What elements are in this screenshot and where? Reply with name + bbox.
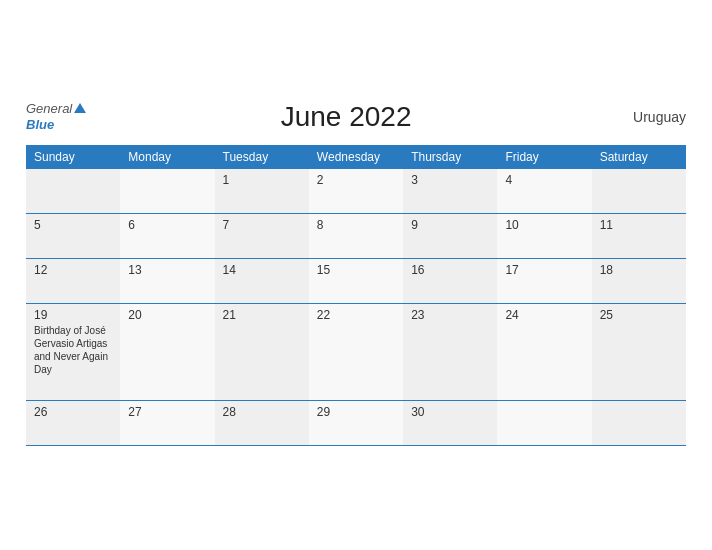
page-title: June 2022: [86, 101, 606, 133]
week-row-5: 2627282930: [26, 400, 686, 445]
day-number: 26: [34, 405, 112, 419]
day-number: 4: [505, 173, 583, 187]
calendar-cell: 29: [309, 400, 403, 445]
header-tuesday: Tuesday: [215, 145, 309, 169]
day-number: 11: [600, 218, 678, 232]
day-number: 25: [600, 308, 678, 322]
calendar-cell: 25: [592, 303, 686, 400]
day-number: 21: [223, 308, 301, 322]
calendar-cell: 13: [120, 258, 214, 303]
calendar-cell: 12: [26, 258, 120, 303]
calendar-cell: 26: [26, 400, 120, 445]
day-number: 28: [223, 405, 301, 419]
header-wednesday: Wednesday: [309, 145, 403, 169]
day-number: 7: [223, 218, 301, 232]
calendar-cell: 19Birthday of José Gervasio Artigas and …: [26, 303, 120, 400]
day-number: 18: [600, 263, 678, 277]
calendar-cell: 8: [309, 213, 403, 258]
day-number: 22: [317, 308, 395, 322]
event-label: Birthday of José Gervasio Artigas and Ne…: [34, 324, 112, 376]
country-label: Uruguay: [606, 109, 686, 125]
calendar-cell: 3: [403, 169, 497, 214]
header-monday: Monday: [120, 145, 214, 169]
calendar-header-row: SundayMondayTuesdayWednesdayThursdayFrid…: [26, 145, 686, 169]
day-number: 17: [505, 263, 583, 277]
week-row-3: 12131415161718: [26, 258, 686, 303]
calendar-cell: 22: [309, 303, 403, 400]
calendar-cell: 15: [309, 258, 403, 303]
calendar-cell: 7: [215, 213, 309, 258]
calendar-cell: 16: [403, 258, 497, 303]
week-row-2: 567891011: [26, 213, 686, 258]
calendar-cell: [497, 400, 591, 445]
day-number: 23: [411, 308, 489, 322]
day-number: 10: [505, 218, 583, 232]
header-sunday: Sunday: [26, 145, 120, 169]
calendar-cell: [592, 169, 686, 214]
calendar-cell: 9: [403, 213, 497, 258]
calendar-cell: 14: [215, 258, 309, 303]
calendar-cell: 2: [309, 169, 403, 214]
day-number: 27: [128, 405, 206, 419]
day-number: 20: [128, 308, 206, 322]
day-number: 12: [34, 263, 112, 277]
calendar-cell: 20: [120, 303, 214, 400]
header: General Blue June 2022 Uruguay: [26, 101, 686, 133]
week-row-4: 19Birthday of José Gervasio Artigas and …: [26, 303, 686, 400]
day-number: 9: [411, 218, 489, 232]
calendar-cell: 17: [497, 258, 591, 303]
day-number: 3: [411, 173, 489, 187]
calendar-cell: 28: [215, 400, 309, 445]
week-row-1: 1234: [26, 169, 686, 214]
calendar-cell: 11: [592, 213, 686, 258]
calendar-cell: 4: [497, 169, 591, 214]
day-number: 19: [34, 308, 112, 322]
calendar-table: SundayMondayTuesdayWednesdayThursdayFrid…: [26, 145, 686, 446]
day-number: 8: [317, 218, 395, 232]
calendar-cell: 1: [215, 169, 309, 214]
day-number: 15: [317, 263, 395, 277]
calendar-page: General Blue June 2022 Uruguay SundayMon…: [6, 85, 706, 466]
day-number: 5: [34, 218, 112, 232]
calendar-cell: 27: [120, 400, 214, 445]
calendar-cell: 30: [403, 400, 497, 445]
calendar-cell: 23: [403, 303, 497, 400]
calendar-cell: [120, 169, 214, 214]
calendar-cell: 24: [497, 303, 591, 400]
day-number: 24: [505, 308, 583, 322]
day-number: 13: [128, 263, 206, 277]
day-number: 16: [411, 263, 489, 277]
calendar-cell: 18: [592, 258, 686, 303]
header-friday: Friday: [497, 145, 591, 169]
day-number: 30: [411, 405, 489, 419]
header-thursday: Thursday: [403, 145, 497, 169]
calendar-cell: 10: [497, 213, 591, 258]
day-number: 2: [317, 173, 395, 187]
calendar-cell: [26, 169, 120, 214]
day-number: 29: [317, 405, 395, 419]
header-saturday: Saturday: [592, 145, 686, 169]
day-number: 6: [128, 218, 206, 232]
logo: General Blue: [26, 101, 86, 132]
calendar-cell: 21: [215, 303, 309, 400]
day-number: 14: [223, 263, 301, 277]
calendar-cell: [592, 400, 686, 445]
calendar-cell: 6: [120, 213, 214, 258]
calendar-cell: 5: [26, 213, 120, 258]
day-number: 1: [223, 173, 301, 187]
